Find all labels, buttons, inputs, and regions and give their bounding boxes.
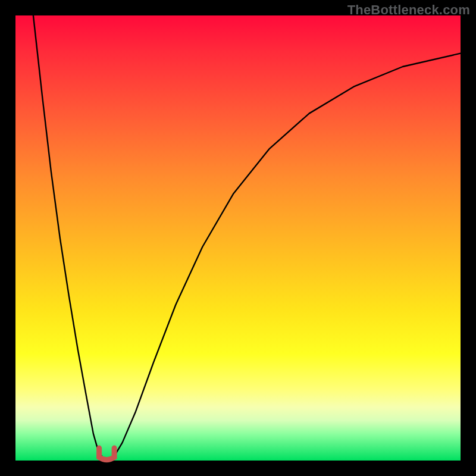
watermark-text: TheBottleneck.com [347,2,470,18]
valley-marker [99,448,115,460]
chart-frame: TheBottleneck.com [0,0,476,476]
bottleneck-curve [33,15,461,459]
curve-layer [0,0,476,476]
